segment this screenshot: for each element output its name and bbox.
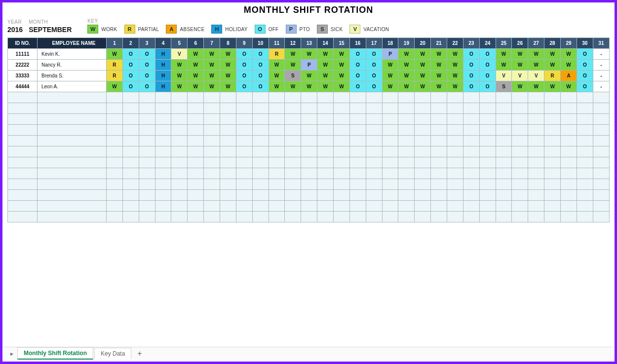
shift-cell[interactable] xyxy=(252,146,269,157)
shift-cell[interactable] xyxy=(512,212,528,222)
shift-cell[interactable] xyxy=(544,136,561,146)
shift-cell[interactable] xyxy=(593,136,609,146)
cell-id[interactable]: 22222 xyxy=(8,60,38,71)
shift-cell[interactable] xyxy=(204,125,220,136)
shift-cell[interactable] xyxy=(463,146,479,157)
shift-cell[interactable]: V xyxy=(512,71,528,81)
shift-cell[interactable] xyxy=(415,136,431,146)
shift-cell[interactable] xyxy=(220,103,236,114)
shift-cell[interactable] xyxy=(349,157,366,168)
table-row-empty[interactable] xyxy=(8,103,610,114)
shift-cell[interactable] xyxy=(496,125,512,136)
shift-cell[interactable] xyxy=(496,92,512,103)
shift-cell[interactable] xyxy=(155,92,171,103)
cell-name[interactable] xyxy=(38,190,107,201)
shift-cell[interactable]: W xyxy=(269,71,285,81)
month-value[interactable]: SEPTEMBER xyxy=(29,26,72,34)
shift-cell[interactable] xyxy=(382,136,398,146)
shift-cell[interactable] xyxy=(236,190,252,201)
shift-cell[interactable] xyxy=(398,168,415,179)
shift-cell[interactable] xyxy=(561,168,577,179)
shift-cell[interactable]: O xyxy=(122,49,139,60)
shift-cell[interactable] xyxy=(301,157,317,168)
table-row-empty[interactable] xyxy=(8,146,610,157)
shift-cell[interactable] xyxy=(577,92,593,103)
shift-cell[interactable] xyxy=(561,190,577,201)
shift-cell[interactable] xyxy=(366,92,382,103)
shift-cell[interactable]: W xyxy=(528,81,544,92)
shift-cell[interactable]: W xyxy=(528,49,544,60)
shift-cell[interactable] xyxy=(317,136,334,146)
shift-cell[interactable] xyxy=(496,190,512,201)
shift-cell[interactable]: O xyxy=(577,71,593,81)
shift-cell[interactable] xyxy=(139,201,155,212)
shift-cell[interactable] xyxy=(269,212,285,222)
shift-cell[interactable]: - xyxy=(593,81,609,92)
shift-cell[interactable] xyxy=(171,136,188,146)
shift-cell[interactable] xyxy=(334,179,350,190)
shift-cell[interactable] xyxy=(301,92,317,103)
shift-cell[interactable] xyxy=(252,168,269,179)
shift-cell[interactable]: - xyxy=(593,71,609,81)
tab-key-data[interactable]: Key Data xyxy=(94,348,131,359)
shift-cell[interactable] xyxy=(528,157,544,168)
shift-cell[interactable] xyxy=(285,92,301,103)
shift-cell[interactable] xyxy=(220,157,236,168)
shift-cell[interactable]: W xyxy=(317,60,334,71)
shift-cell[interactable] xyxy=(139,103,155,114)
shift-cell[interactable] xyxy=(447,201,463,212)
shift-cell[interactable]: W xyxy=(544,49,561,60)
shift-cell[interactable] xyxy=(285,212,301,222)
shift-cell[interactable] xyxy=(512,179,528,190)
cell-id[interactable] xyxy=(8,92,38,103)
shift-cell[interactable] xyxy=(204,201,220,212)
cell-id[interactable] xyxy=(8,103,38,114)
shift-cell[interactable] xyxy=(512,136,528,146)
shift-cell[interactable]: R xyxy=(544,71,561,81)
shift-cell[interactable] xyxy=(512,114,528,125)
shift-cell[interactable]: W xyxy=(171,81,188,92)
shift-cell[interactable] xyxy=(236,92,252,103)
cell-name[interactable]: Brenda S. xyxy=(38,71,107,81)
shift-cell[interactable] xyxy=(447,136,463,146)
shift-cell[interactable] xyxy=(415,190,431,201)
shift-cell[interactable]: W xyxy=(285,49,301,60)
shift-cell[interactable] xyxy=(301,168,317,179)
table-row-empty[interactable] xyxy=(8,136,610,146)
shift-cell[interactable] xyxy=(463,92,479,103)
shift-cell[interactable] xyxy=(512,103,528,114)
shift-cell[interactable] xyxy=(349,136,366,146)
shift-cell[interactable] xyxy=(317,103,334,114)
cell-name[interactable] xyxy=(38,125,107,136)
shift-cell[interactable] xyxy=(107,92,123,103)
shift-cell[interactable] xyxy=(269,92,285,103)
tab-add-button[interactable]: + xyxy=(132,349,147,358)
shift-cell[interactable] xyxy=(577,146,593,157)
shift-cell[interactable] xyxy=(269,157,285,168)
shift-cell[interactable] xyxy=(122,179,139,190)
shift-cell[interactable] xyxy=(269,168,285,179)
shift-cell[interactable]: O xyxy=(463,81,479,92)
shift-cell[interactable]: W xyxy=(204,81,220,92)
shift-cell[interactable] xyxy=(593,114,609,125)
shift-cell[interactable]: O xyxy=(366,81,382,92)
shift-cell[interactable] xyxy=(301,201,317,212)
shift-cell[interactable] xyxy=(188,179,204,190)
shift-cell[interactable] xyxy=(236,146,252,157)
shift-cell[interactable] xyxy=(171,179,188,190)
shift-cell[interactable] xyxy=(236,114,252,125)
shift-cell[interactable]: W xyxy=(220,49,236,60)
shift-cell[interactable]: W xyxy=(188,49,204,60)
cell-id[interactable] xyxy=(8,168,38,179)
shift-cell[interactable] xyxy=(220,212,236,222)
shift-cell[interactable] xyxy=(528,201,544,212)
shift-cell[interactable] xyxy=(463,212,479,222)
shift-cell[interactable] xyxy=(171,157,188,168)
shift-cell[interactable] xyxy=(479,146,496,157)
shift-cell[interactable] xyxy=(285,103,301,114)
cell-name[interactable] xyxy=(38,212,107,222)
shift-cell[interactable]: O xyxy=(252,60,269,71)
shift-cell[interactable] xyxy=(349,201,366,212)
shift-cell[interactable] xyxy=(463,157,479,168)
shift-cell[interactable] xyxy=(285,179,301,190)
